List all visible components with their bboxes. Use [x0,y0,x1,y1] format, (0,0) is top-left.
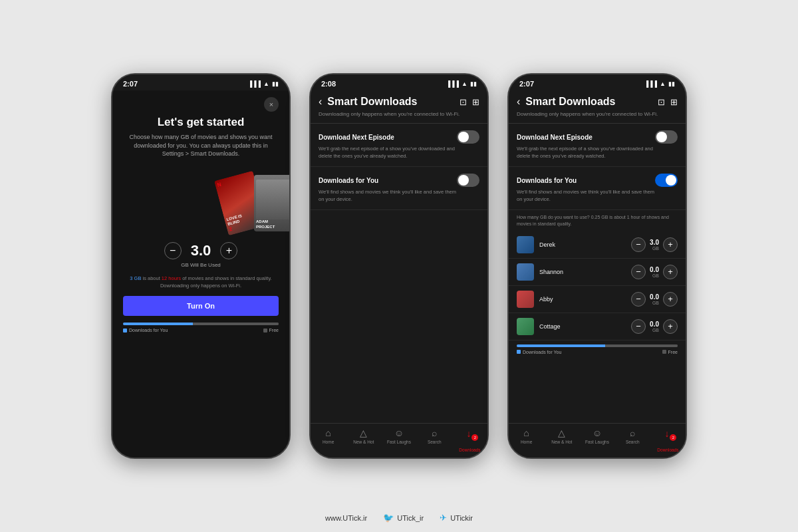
nav-downloads-3[interactable]: ↓ 2 Downloads [650,428,686,452]
download-next-toggle[interactable] [457,130,479,144]
battery-icon: ▮▮ [272,80,279,87]
dot-blue-icon [123,329,127,332]
phone-3: 2:07 ▐▐▐ ▲ ▮▮ ‹ Smart Downloads ⊡ ⊞ Down… [507,73,687,459]
nav-home-3[interactable]: ⌂ Home [509,428,544,452]
toggle-knob-1 [458,132,469,142]
download-next-episode-desc: We'll grab the next episode of a show yo… [319,146,479,160]
profile-shannon: Shannon − 0.0 GB + [509,259,686,286]
fast-laughs-label-3: Fast Laughs [585,440,609,444]
back-button-3[interactable]: ‹ [517,96,520,108]
status-bar-1: 2:07 ▐▐▐ ▲ ▮▮ [112,74,289,90]
new-hot-icon-2: △ [360,428,367,438]
nav-header-3: ‹ Smart Downloads ⊡ ⊞ [509,90,686,110]
bar-fill-free-3 [605,344,678,347]
wifi-icon-2: ▲ [462,80,467,87]
download-next-episode-row-3: Download Next Episode [517,130,678,144]
download-next-episode-title-3: Download Next Episode [517,134,593,141]
fast-laughs-icon-2: ☺ [394,428,404,438]
battery-icon-2: ▮▮ [470,80,477,87]
plus-icon: + [226,245,232,256]
new-hot-label-3: New & Hot [551,440,572,444]
profile-icon-3[interactable]: ⊞ [670,97,678,107]
back-button-2[interactable]: ‹ [319,96,322,108]
fast-laughs-label-2: Fast Laughs [387,440,411,444]
shannon-gb-control: − 0.0 GB + [631,265,678,279]
nav-fast-laughs-3[interactable]: ☺ Fast Laughs [579,428,614,452]
search-label-3: Search [626,440,640,444]
status-icons-2: ▐▐▐ ▲ ▮▮ [446,80,477,87]
abby-name: Abby [539,296,631,303]
new-hot-label-2: New & Hot [353,440,374,444]
download-next-episode-row: Download Next Episode [319,130,479,144]
info-hours: 12 hours [162,275,181,281]
bar-labels: Downloads for You Free [123,328,279,332]
cottage-minus-button[interactable]: − [631,319,646,334]
shannon-gb-val: 0.0 GB [650,266,659,278]
downloads-for-you-title: Downloads for You [319,177,378,184]
abby-minus-button[interactable]: − [631,292,646,307]
bar-fill-free [193,323,279,325]
nav-home-2[interactable]: ⌂ Home [311,428,346,452]
cover-center: ADAMPROJECT [254,175,289,231]
nav-downloads-2[interactable]: ↓ 2 Downloads [452,428,487,452]
derek-minus-button[interactable]: − [631,237,646,252]
home-label-2: Home [323,440,334,444]
derek-plus-button[interactable]: + [663,237,678,252]
phone-1: 2:07 ▐▐▐ ▲ ▮▮ × Let's get started Choose… [111,73,291,459]
info-about: is about [143,275,162,281]
search-icon-3: ⌕ [630,428,635,438]
toggle-knob-4 [666,175,676,186]
downloads-label-3: Downloads [657,448,678,452]
phone-2: 2:08 ▐▐▐ ▲ ▮▮ ‹ Smart Downloads ⊡ ⊞ Down… [309,73,489,459]
abby-plus-button[interactable]: + [663,292,678,307]
search-icon-2: ⌕ [432,428,437,438]
nav-title-3: Smart Downloads [525,96,652,108]
close-button[interactable]: × [264,97,279,112]
lets-started-description: Choose how many GB of movies and shows y… [123,133,279,158]
gb-minus-button[interactable]: − [164,242,182,259]
wifi-notice-2: Downloading only happens when you're con… [311,110,487,124]
nav-new-hot-3[interactable]: △ New & Hot [544,428,579,452]
nav-icons-3: ⊡ ⊞ [658,97,678,107]
nav-new-hot-2[interactable]: △ New & Hot [346,428,381,452]
download-next-toggle-3[interactable] [655,130,678,144]
home-icon-2: ⌂ [325,428,331,438]
downloads-for-you-row-3: Downloads for You [517,174,678,187]
twitter-handle: UTick_ir [397,514,424,522]
download-next-episode-setting-3: Download Next Episode We'll grab the nex… [509,124,686,167]
shannon-minus-button[interactable]: − [631,265,646,279]
nav-search-3[interactable]: ⌕ Search [615,428,650,452]
nav-title-2: Smart Downloads [327,96,454,108]
cast-icon-3[interactable]: ⊡ [658,97,665,107]
shannon-minus-icon: − [636,267,641,277]
downloads-for-you-toggle[interactable] [457,174,479,187]
shannon-plus-button[interactable]: + [663,265,678,279]
bar-fill-downloads-3 [517,344,605,347]
cottage-gb-control: − 0.0 GB + [631,319,678,334]
downloads-for-you-title-3: Downloads for You [517,177,577,184]
downloads-for-you-toggle-3[interactable] [655,174,678,187]
derek-avatar [517,236,534,253]
downloads-for-you-setting-3: Downloads for You We'll find shows and m… [509,167,686,210]
dot-blue-icon-3 [517,350,521,354]
dot-gray-icon-3 [662,350,666,354]
turn-on-button[interactable]: Turn On [123,296,279,316]
cottage-plus-button[interactable]: + [663,319,678,334]
nav-fast-laughs-2[interactable]: ☺ Fast Laughs [381,428,416,452]
abby-gb-unit: GB [650,301,659,305]
profile-icon-2[interactable]: ⊞ [472,97,479,107]
download-next-episode-desc-3: We'll grab the next episode of a show yo… [517,146,678,160]
cottage-gb-val: 0.0 GB [650,321,659,332]
nav-search-2[interactable]: ⌕ Search [417,428,452,452]
telegram-icon: ✈ [440,513,447,523]
bar-track [123,323,279,325]
cast-icon-2[interactable]: ⊡ [460,97,467,107]
cover-center-text: ADAMPROJECT [256,219,289,229]
status-icons-3: ▐▐▐ ▲ ▮▮ [644,80,675,87]
gb-will-be-label: GB Will Be Used [181,262,221,268]
info-text: 3 GB is about 12 hours of movies and sho… [123,275,279,290]
dot-gray-icon [263,329,267,332]
signal-icon-3: ▐▐▐ [644,80,657,87]
gb-plus-button[interactable]: + [220,242,237,259]
bar-track-3 [517,344,678,347]
